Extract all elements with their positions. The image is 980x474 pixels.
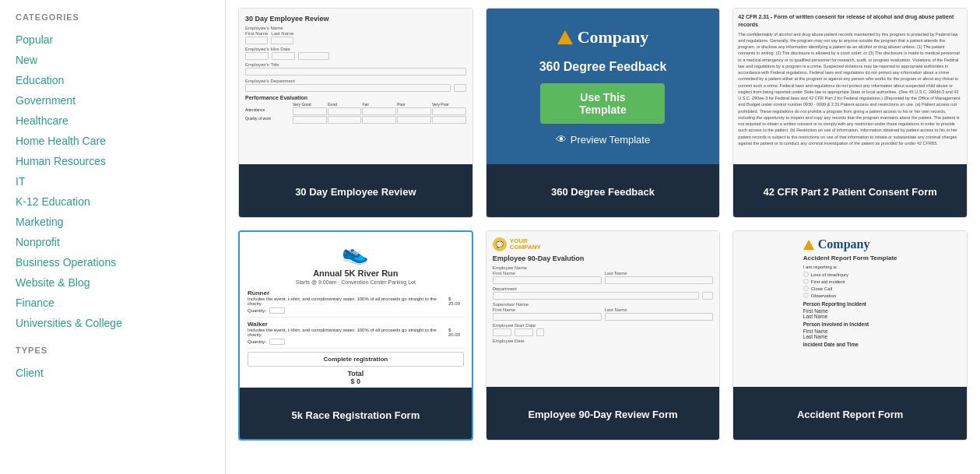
card-footer-360: 360 Degree Feedback [486,164,720,218]
card-footer-accident: Accident Report Form [733,387,967,441]
card-preview-5k: 👟 Annual 5K River Run Starts @ 9:00am · … [240,232,472,388]
card-preview-360: Company 360 Degree Feedback Use This Tem… [486,9,720,164]
accident-company-logo [803,240,814,250]
company-logo-area: Company [557,27,649,47]
card-footer-42cfr: 42 CFR Part 2 Patient Consent Form [733,164,967,218]
sidebar-item-home-health-care[interactable]: Home Health Care [16,131,209,151]
cards-grid: 30 Day Employee Review Employee's Name F… [238,8,968,441]
sidebar-item-popular[interactable]: Popular [16,30,209,50]
card-title-30-day: 30 Day Employee Review [295,186,416,198]
card-5k-race[interactable]: 👟 Annual 5K River Run Starts @ 9:00am · … [238,230,473,441]
main-content: 30 Day Employee Review Employee's Name F… [226,0,980,474]
card-title-42cfr: 42 CFR Part 2 Patient Consent Form [764,186,937,198]
preview-template-link[interactable]: 👁 Preview Template [556,133,650,146]
card-title-5k: 5k Race Registration Form [291,409,420,421]
card-preview-30-day: 30 Day Employee Review Employee's Name F… [239,9,472,164]
company-name: Company [578,27,649,47]
sidebar-item-human-resources[interactable]: Human Resources [16,151,209,171]
patient-form-preview: 42 CFR 2.31 - Form of written consent fo… [733,9,967,151]
preview-label: Preview Template [571,134,650,146]
sidebar-item-new[interactable]: New [16,50,209,70]
card-preview-90-day: 💬 YOURCOMPANY Employee 90-Day Evalution … [486,231,720,387]
sidebar-item-client[interactable]: Client [16,363,209,383]
card-title-accident: Accident Report Form [797,409,904,420]
sidebar-item-k12[interactable]: K-12 Education [16,191,209,212]
form-preview-30-day: 30 Day Employee Review Employee's Name F… [239,9,472,130]
accident-form-preview: Company Accident Report Form Template I … [797,231,904,355]
categories-title: CATEGORIES [16,12,209,22]
card-30-day-review[interactable]: 30 Day Employee Review Employee's Name F… [238,8,473,218]
sidebar: CATEGORIES Popular New Education Governm… [0,0,226,474]
card-footer-90-day: Employee 90-Day Review Form [486,387,720,441]
form-preview-90-day: 💬 YOURCOMPANY Employee 90-Day Evalution … [486,231,720,350]
use-template-button[interactable]: Use This Template [540,83,665,124]
race-icon: 👟 [248,240,464,265]
sidebar-item-government[interactable]: Government [16,90,209,111]
card-360-feedback[interactable]: Company 360 Degree Feedback Use This Tem… [486,8,721,218]
card-footer-30-day: 30 Day Employee Review [239,164,472,218]
feedback-title-preview: 360 Degree Feedback [539,60,667,74]
card-accident-report[interactable]: Company Accident Report Form Template I … [732,230,968,441]
company-logo-triangle [557,30,573,44]
your-company-icon: 💬 [493,237,507,251]
card-title-90-day: Employee 90-Day Review Form [528,409,677,420]
sidebar-item-finance[interactable]: Finance [16,293,209,313]
card-90-day[interactable]: 💬 YOURCOMPANY Employee 90-Day Evalution … [486,230,721,441]
sidebar-item-universities[interactable]: Universities & College [16,313,209,333]
eye-icon: 👁 [556,133,567,146]
sidebar-item-it[interactable]: IT [16,171,209,191]
sidebar-item-nonprofit[interactable]: Nonprofit [16,232,209,252]
sidebar-item-business-operations[interactable]: Business Operations [16,252,209,272]
types-title: TYPES [16,346,209,355]
card-42cfr[interactable]: 42 CFR 2.31 - Form of written consent fo… [732,8,968,218]
sidebar-item-website-blog[interactable]: Website & Blog [16,272,209,293]
card-title-360: 360 Degree Feedback [551,186,655,198]
card-preview-accident: Company Accident Report Form Template I … [733,231,967,387]
sidebar-item-education[interactable]: Education [16,70,209,90]
race-form-preview: 👟 Annual 5K River Run Starts @ 9:00am · … [240,232,472,388]
sidebar-item-healthcare[interactable]: Healthcare [16,111,209,131]
card-preview-42cfr: 42 CFR 2.31 - Form of written consent fo… [733,9,967,164]
sidebar-item-marketing[interactable]: Marketing [16,212,209,232]
form-title: 30 Day Employee Review [245,15,466,23]
card-footer-5k: 5k Race Registration Form [240,388,472,441]
